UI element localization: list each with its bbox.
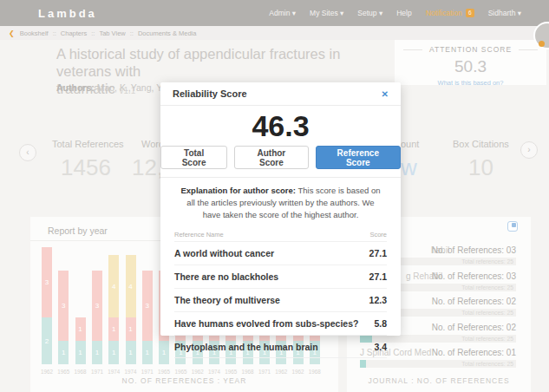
score-explanation: Explanation for author score: This score… [160,177,401,226]
stat-total-references-value: 1456 [61,154,111,181]
nav-sidharth[interactable]: Sidharth ▾ [488,9,521,17]
nav-setup[interactable]: Setup ▾ [357,9,382,17]
bar-segment-teal: 1 [126,341,136,364]
reference-score: 3.4 [374,342,387,352]
nav-help[interactable]: Help [396,9,411,17]
x-axis-label: 1968 [239,369,257,375]
bar-segment-pink: 3 [142,271,153,341]
references-count-label: No. of References: 02 [432,323,516,332]
bar-segment-pink: 3 [42,247,52,317]
stat-box-citations-value: 10 [468,154,493,181]
attention-score-value: 50.3 [395,57,546,76]
bar-segment-teal: 1 [108,341,119,364]
bar-segment-teal: 1 [92,341,102,364]
x-axis-label: 1968 [72,369,89,375]
references-count-label: No. of References: 03 [432,271,516,281]
reference-score: 27.1 [369,271,387,282]
x-axis-label: 1965 [222,369,239,375]
table-row[interactable]: There are no blackholes27.1 [174,265,387,288]
breadcrumb-back-icon[interactable]: ❮ [9,29,15,37]
modal-header: Reliability Score ✕ [160,82,401,106]
column-score: Score [369,231,387,238]
total-references-label: Total references: 25 [461,361,513,367]
x-axis-label: 1962 [38,369,56,375]
breadcrumb-item[interactable]: Documents & Media [138,29,197,37]
reference-name: Phytoplasm and the human brain [174,342,318,352]
tab-reference-score[interactable]: Reference Score [316,146,401,169]
year-chart-caption: NO. OF REFERENCES : YEAR [30,376,338,385]
breadcrumb-item[interactable]: Tab View [99,29,125,37]
references-count-label: No. of References: 02 [432,297,516,306]
stat-box-citations-label: Box Citations [453,139,509,149]
attention-score-link[interactable]: What is this based on? [395,79,546,87]
stacked-bar[interactable]: 13 [92,271,102,364]
reference-name: Have humans evolved from subs-species? [174,318,358,329]
x-axis-label: 1974 [105,369,122,375]
tab-author-score[interactable]: Author Score [234,146,308,169]
column-reference-name: Reference Name [174,231,224,238]
bar-segment-teal: 2 [42,317,52,364]
bar-segment-pink: 1 [126,317,136,341]
references-progress-fill [360,360,366,368]
notification-badge: 6 [466,9,474,17]
stacked-bar[interactable]: 114 [108,255,119,364]
breadcrumb-separator: :: [130,29,134,37]
bar-segment-pink: 1 [108,317,119,341]
total-references-label: Total references: 25 [461,284,513,291]
breadcrumb-separator: :: [53,29,56,37]
breadcrumb-items: Bookshelf::Chapters::Tab View::Documents… [20,29,197,37]
nav-my-sites[interactable]: My Sites ▾ [310,9,343,17]
breadcrumb-item[interactable]: Chapters [61,29,87,37]
tab-total-score[interactable]: Total Score [160,146,227,169]
total-references-label: Total references: 25 [461,310,513,316]
table-row[interactable]: The theory of multiverse12.3 [174,288,387,311]
reference-score: 27.1 [369,248,387,258]
bar-segment-pink: 1 [75,317,86,341]
attention-score-card: ATTENTION SCORE 50.3 What is this based … [395,35,546,85]
stacked-bar[interactable]: 13 [142,271,153,364]
chart-toggle-icon[interactable] [507,221,518,232]
stacked-bar[interactable]: 23 [42,247,52,364]
stats-next-arrow[interactable]: › [520,141,538,159]
reference-name: The theory of multiverse [174,295,280,305]
reference-score-table: Reference Name Score A world without can… [174,228,387,358]
close-icon[interactable]: ✕ [382,89,389,99]
journal-chart-caption: JOURNAL : NO. OF REFERENCES [347,376,531,385]
total-references-label: Total references: 25 [461,258,513,265]
nav-admin[interactable]: Admin ▾ [269,9,296,17]
top-bar: Lambda Admin ▾My Sites ▾Setup ▾HelpNotif… [0,0,549,26]
x-axis-label: 1962 [272,369,290,375]
bar-segment-teal: 1 [159,341,169,364]
table-row[interactable]: Phytoplasm and the human brain3.4 [174,335,387,358]
x-axis-label: 1965 [55,369,72,375]
table-row[interactable]: Have humans evolved from subs-species?5.… [174,311,387,335]
report-by-year-title: Report by year [48,225,108,236]
x-axis-label: 1971 [139,369,156,375]
stat-word-count-value: 12, [132,154,163,181]
stacked-bar[interactable]: 11 [75,317,86,364]
x-axis-label: 1971 [256,369,273,375]
bar-segment-teal: 1 [58,341,69,364]
table-body: A world without cancer27.1There are no b… [174,241,387,358]
breadcrumb-item[interactable]: Bookshelf [20,29,49,37]
stat-count-value[interactable]: w [401,154,417,181]
table-row[interactable]: A world without cancer27.1 [174,241,387,265]
x-axis-label: 1962 [189,369,206,375]
x-axis-label: 1974 [206,369,223,375]
stats-prev-arrow[interactable]: ‹ [19,144,36,161]
stacked-bar[interactable]: 13 [58,271,69,364]
x-axis-label: 1965 [155,369,173,375]
nav-notification[interactable]: Notification6 [426,9,474,18]
reference-score: 12.3 [369,295,387,305]
bar-segment-pink: 3 [92,271,102,341]
bar-segment-yellow: 4 [126,255,136,317]
reference-score: 5.8 [374,318,387,329]
x-axis-label: 1965 [172,369,189,375]
table-header: Reference Name Score [174,228,387,241]
breadcrumb-separator: :: [91,29,95,37]
references-progress-track: Total references: 25 [360,360,516,368]
app-logo: Lambda [38,7,97,20]
avatar-status-dot [539,41,545,47]
reference-name: There are no blackholes [174,271,278,282]
stacked-bar[interactable]: 114 [126,255,136,364]
